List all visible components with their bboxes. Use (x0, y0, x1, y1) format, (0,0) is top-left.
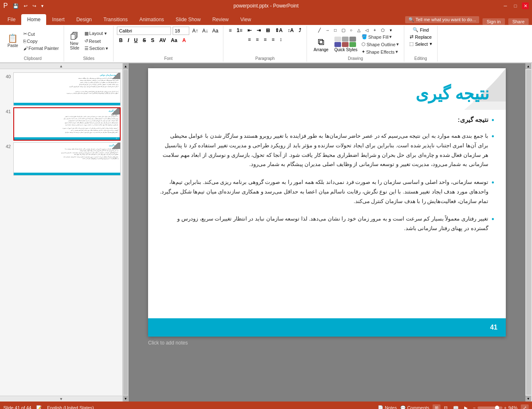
slide-sorter-button[interactable]: ⊟ (442, 404, 450, 409)
zoom-out-button[interactable]: − (473, 405, 475, 409)
close-button[interactable]: ✕ (522, 2, 529, 9)
tab-insert[interactable]: Insert (46, 14, 70, 25)
normal-view-button[interactable]: ⊞ (433, 404, 440, 409)
maximize-button[interactable]: □ (512, 2, 519, 9)
char-spacing-button[interactable]: AV (157, 37, 168, 44)
vertical-scrollbar-left[interactable]: ▲ ▼ (123, 63, 129, 402)
tab-slideshow[interactable]: Slide Show (170, 14, 206, 25)
shadow-button[interactable]: S (149, 37, 156, 44)
right-scroll-up[interactable]: ▲ (525, 63, 531, 69)
select-button[interactable]: ⬚ Select ▾ (408, 41, 434, 47)
shape-plus[interactable]: + (371, 27, 378, 33)
align-left-button[interactable]: ≡ (246, 36, 253, 43)
right-scroll-down[interactable]: ▼ (525, 396, 531, 402)
tab-file[interactable]: File (2, 14, 21, 25)
italic-button[interactable]: I (126, 37, 131, 44)
scroll-up-btn[interactable]: ▲ (123, 63, 128, 69)
shape-more[interactable]: ▾ (387, 27, 394, 33)
paste-button[interactable]: 📋 Paste (5, 33, 21, 49)
scroll-down-arrow[interactable]: ▼ (0, 396, 122, 402)
share-button[interactable]: Share (508, 18, 529, 25)
find-button[interactable]: 🔍 Find (411, 27, 431, 33)
font-family-input[interactable] (117, 27, 171, 35)
tab-design[interactable]: Design (70, 14, 97, 25)
decrease-indent-button[interactable]: ⇤ (245, 27, 254, 34)
font-size-input[interactable] (173, 27, 189, 35)
columns-button[interactable]: ⊞ (264, 27, 272, 34)
qs-item-2[interactable] (342, 37, 349, 42)
scroll-down-btn[interactable]: ▼ (123, 396, 128, 402)
tab-review[interactable]: Review (206, 14, 234, 25)
replace-button[interactable]: ⇄ Replace (408, 34, 433, 40)
shape-pent[interactable]: ⬠ (379, 27, 386, 33)
shape-rtri[interactable]: ◁ (364, 27, 370, 33)
qs-item-4[interactable] (334, 42, 341, 47)
line-spacing-button[interactable]: ↕ (277, 36, 284, 43)
align-right-button[interactable]: ≡ (262, 36, 269, 43)
tab-transitions[interactable]: Transitions (98, 14, 134, 25)
copy-button[interactable]: ⎘ Copy (22, 38, 61, 45)
qs-item-5[interactable] (342, 42, 349, 47)
slide-thumb-41[interactable]: 41 نتیجه گیری • نتیجه گیری: • با جمع بند… (2, 107, 121, 141)
tab-home[interactable]: Home (21, 14, 46, 25)
text-direction-button[interactable]: ⇕A (273, 27, 285, 34)
decrease-font-button[interactable]: A↓ (201, 27, 209, 34)
qs-item-3[interactable] (349, 37, 356, 42)
tell-me-input[interactable]: 🔍 Tell me what you want to do... (405, 16, 479, 23)
cut-button[interactable]: ✂ Cut (22, 30, 61, 37)
slide-thumb-42[interactable]: 42 نتیجه گیری • بنابراین اگر سازمانی در … (2, 142, 121, 176)
qs-item-6[interactable] (349, 42, 356, 47)
right-scrollbar[interactable]: ▲ ▼ (525, 63, 532, 402)
comments-button[interactable]: 💬 Comments (400, 405, 429, 409)
fit-window-button[interactable]: ⤢ (521, 404, 529, 409)
zoom-level[interactable]: 94% (508, 405, 517, 409)
smartart-button[interactable]: ⤴ (297, 27, 303, 34)
numbering-button[interactable]: 1≡ (235, 27, 245, 34)
save-button[interactable]: 💾 (11, 2, 20, 10)
bold-button[interactable]: B (117, 37, 125, 44)
zoom-in-button[interactable]: + (504, 405, 507, 409)
new-slide-button[interactable]: 🗍 NewSlide (67, 31, 82, 52)
tab-animations[interactable]: Animations (134, 14, 170, 25)
qs-item-1[interactable] (334, 37, 341, 42)
layout-button[interactable]: ▦ Layout ▾ (83, 30, 110, 37)
shape-rrect[interactable]: ▢ (340, 27, 346, 33)
section-button[interactable]: ☰ Section ▾ (83, 45, 110, 52)
customize-button[interactable]: ▾ (40, 2, 45, 10)
change-case-button[interactable]: Aa (169, 37, 179, 44)
quick-styles-label[interactable]: Quick Styles (334, 47, 358, 52)
shape-tri[interactable]: △ (356, 27, 362, 33)
bullets-button[interactable]: ≡ (227, 27, 234, 34)
shape-outline-button[interactable]: ⬡ Shape Outline ▾ (360, 41, 401, 48)
justify-button[interactable]: ≡ (270, 36, 277, 43)
shape-effects-button[interactable]: ✦ Shape Effects ▾ (360, 48, 401, 55)
underline-button[interactable]: U (132, 37, 140, 44)
shape-arrow[interactable]: → (324, 27, 331, 33)
minimize-button[interactable]: ─ (502, 2, 509, 9)
notes-button[interactable]: 📄 Notes (378, 405, 397, 409)
strikethrough-button[interactable]: S (141, 37, 148, 44)
undo-button[interactable]: ↩ (22, 2, 29, 10)
arrange-button[interactable]: ⧉ Arrange (310, 35, 332, 53)
font-color-button[interactable]: A (180, 37, 188, 44)
redo-button[interactable]: ↪ (31, 2, 38, 10)
increase-indent-button[interactable]: ⇥ (255, 27, 263, 34)
align-text-button[interactable]: ↕A (285, 27, 296, 34)
shape-fill-button[interactable]: 🪣 Shape Fill ▾ (360, 33, 401, 40)
reading-view-button[interactable]: 📖 (451, 404, 461, 409)
slide-thumb-40[interactable]: 40 توسعه سازمان دولتی • رویکرد گیشنایک ی… (2, 72, 121, 106)
shape-line[interactable]: ╱ (316, 27, 323, 33)
shape-rect[interactable]: □ (332, 27, 339, 33)
tab-view[interactable]: View (235, 14, 257, 25)
reset-button[interactable]: ↺ Reset (83, 37, 110, 45)
shape-oval[interactable]: ○ (348, 27, 354, 33)
notes-placeholder[interactable]: Click to add notes (148, 340, 188, 346)
align-center-button[interactable]: ≡ (254, 36, 261, 43)
slideshow-button[interactable]: ▶ (462, 404, 470, 409)
clear-format-button[interactable]: Aa (211, 27, 220, 34)
scroll-up-arrow[interactable]: ▲ (0, 63, 122, 69)
format-painter-button[interactable]: 🖌 Format Painter (22, 45, 61, 52)
increase-font-button[interactable]: A↑ (191, 27, 199, 34)
language-indicator[interactable]: English (United States) (47, 405, 94, 409)
zoom-slider[interactable] (478, 407, 502, 409)
